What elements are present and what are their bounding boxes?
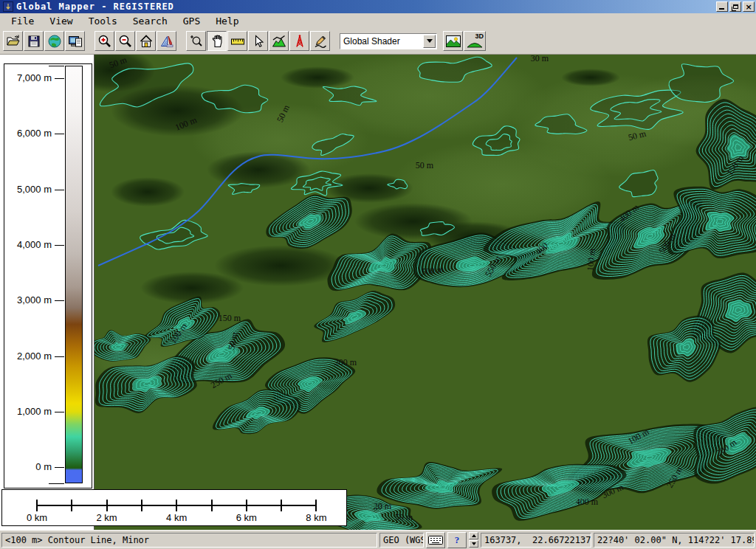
status-bar: <100 m> Contour Line, Minor GEO (WGS84 ?… xyxy=(0,530,756,549)
scale-tick xyxy=(36,500,38,511)
contour-label: 200 m xyxy=(334,357,357,368)
monitor-icon xyxy=(68,34,83,49)
save-floppy-icon xyxy=(27,34,41,49)
menu-item-search[interactable]: Search xyxy=(126,15,174,27)
scale-tick xyxy=(106,500,108,511)
hand-icon xyxy=(210,34,224,49)
ruler-icon xyxy=(230,34,245,49)
minimize-button[interactable] xyxy=(716,1,728,12)
contour-label: 400 m xyxy=(576,497,598,508)
configuration-button[interactable] xyxy=(157,31,176,51)
window-title: Global Mapper - REGISTERED xyxy=(16,1,716,12)
overlay-picture-icon xyxy=(445,34,461,49)
scale-tick xyxy=(176,500,177,511)
save-button[interactable] xyxy=(24,31,44,51)
measure-tool-button[interactable] xyxy=(227,31,247,51)
digitizer-tool-button[interactable] xyxy=(310,31,330,51)
legend-tick-label: 5,000 m xyxy=(4,184,52,195)
menu-item-view[interactable]: View xyxy=(43,15,79,27)
legend-tick xyxy=(55,134,64,134)
shader-dropdown-value: Global Shader xyxy=(340,36,422,46)
open-button[interactable] xyxy=(3,31,23,51)
shader-dropdown[interactable]: Global Shader xyxy=(340,33,437,49)
drafting-triangle-icon xyxy=(159,34,174,49)
scale-tick xyxy=(71,500,72,511)
restore-button[interactable] xyxy=(729,1,741,12)
contour-label: 100 m xyxy=(585,248,598,272)
online-data-button[interactable] xyxy=(44,31,64,51)
help-button[interactable]: ? xyxy=(447,532,467,548)
legend-tick-label: 6,000 m xyxy=(4,128,52,139)
select-tool-button[interactable] xyxy=(248,31,268,51)
close-icon: × xyxy=(745,3,752,11)
pan-tool-button[interactable] xyxy=(207,31,227,51)
app-icon xyxy=(3,1,13,12)
legend-tick xyxy=(55,78,64,79)
legend-tick xyxy=(55,245,64,246)
zoom-tool-button[interactable] xyxy=(186,31,206,51)
legend-tick-label: 2,000 m xyxy=(4,351,52,362)
zoom-out-icon xyxy=(118,34,133,49)
global-mapper-window: Global Mapper - REGISTERED × FileViewToo… xyxy=(0,0,756,549)
home-icon xyxy=(139,34,154,49)
legend-tick-label: 3,000 m xyxy=(4,294,52,305)
open-folder-icon xyxy=(6,34,21,49)
status-coords-dms: 22?40' 02.00" N, 114?22' 17.89" E xyxy=(594,533,755,548)
legend-tick xyxy=(55,300,64,301)
control-center-button[interactable] xyxy=(443,31,463,51)
minimize-icon xyxy=(719,8,724,10)
menu-bar: FileViewToolsSearchGPSHelp xyxy=(0,13,756,28)
scale-bar: 0 km2 km4 km6 km8 km xyxy=(1,489,347,526)
legend-tick xyxy=(55,190,64,190)
pencil-icon xyxy=(313,34,328,49)
main-area: 7,000 m6,000 m5,000 m4,000 m3,000 m2,000… xyxy=(0,55,756,530)
coordinate-format-spinner[interactable] xyxy=(469,532,478,548)
contour-label: 20 m xyxy=(374,501,391,512)
close-button[interactable]: × xyxy=(743,1,755,12)
spin-up-icon[interactable] xyxy=(469,532,478,539)
terrain-profile-icon xyxy=(272,34,286,49)
scale-tick xyxy=(141,500,142,511)
menu-item-file[interactable]: File xyxy=(4,15,41,27)
shader-dropdown-arrow[interactable] xyxy=(423,35,436,48)
restore-icon xyxy=(733,4,738,9)
status-projection: GEO (WGS84 xyxy=(379,533,424,548)
3d-button-label: 3D xyxy=(475,32,484,40)
legend-tick xyxy=(55,356,64,357)
antenna-icon xyxy=(292,34,307,49)
map-viewport[interactable]: 30 m50 m100 m50 m50 m50 m150 m500 m550 m… xyxy=(94,55,756,530)
title-bar[interactable]: Global Mapper - REGISTERED × xyxy=(0,0,756,13)
elevation-legend: 7,000 m6,000 m5,000 m4,000 m3,000 m2,000… xyxy=(4,63,92,488)
scale-tick xyxy=(211,500,213,511)
export-button[interactable] xyxy=(65,31,85,51)
help-icon: ? xyxy=(455,534,460,546)
magnifier-icon xyxy=(189,34,204,49)
legend-tick-label: 4,000 m xyxy=(4,239,52,250)
legend-tick-label: 1,000 m xyxy=(4,406,52,417)
menu-item-tools[interactable]: Tools xyxy=(82,15,124,27)
spin-down-icon[interactable] xyxy=(469,540,478,548)
legend-tick-label: 7,000 m xyxy=(4,72,52,83)
legend-tick-label: 0 m xyxy=(4,461,52,472)
3d-view-button[interactable]: 3D xyxy=(464,31,486,51)
zoom-in-button[interactable] xyxy=(94,31,114,51)
contour-label: 50 m xyxy=(416,160,433,171)
scale-label: 8 km xyxy=(295,512,337,523)
status-feature-text: <100 m> Contour Line, Minor xyxy=(1,533,377,548)
legend-tick xyxy=(49,66,64,66)
legend-tick xyxy=(55,467,64,468)
view-shed-button[interactable] xyxy=(289,31,309,51)
path-profile-button[interactable] xyxy=(269,31,289,51)
zoom-out-button[interactable] xyxy=(115,31,135,51)
keyboard-icon xyxy=(428,535,443,545)
scale-tick xyxy=(315,500,317,511)
keyboard-button[interactable] xyxy=(426,532,445,548)
full-extent-button[interactable] xyxy=(136,31,156,51)
legend-tick xyxy=(55,412,64,412)
menu-item-help[interactable]: Help xyxy=(209,15,245,27)
contour-label: 30 m xyxy=(531,55,549,64)
menu-item-gps[interactable]: GPS xyxy=(176,15,207,27)
scale-label: 2 km xyxy=(86,512,128,523)
elevation-gradient-bar xyxy=(65,66,83,483)
contour-label: 50 m xyxy=(395,512,413,523)
